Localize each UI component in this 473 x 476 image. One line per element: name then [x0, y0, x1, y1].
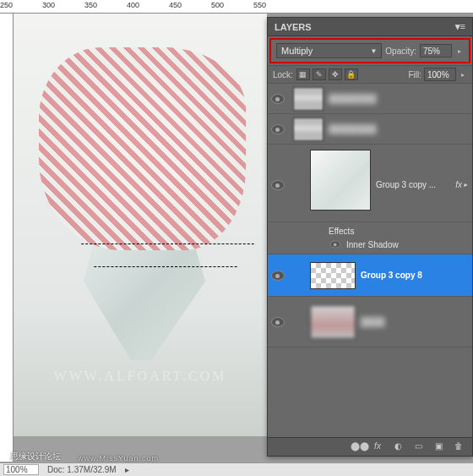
new-group-icon[interactable]: ▭: [411, 441, 425, 453]
opacity-label: Opacity:: [385, 47, 416, 56]
layer-thumbnail[interactable]: [310, 150, 371, 211]
layer-row[interactable]: ████: [268, 297, 472, 347]
ruler-tick: 450: [169, 1, 182, 9]
blend-mode-select[interactable]: Multiply ▼: [276, 43, 382, 58]
marquee-selection: [64, 243, 271, 267]
lock-pixels-icon[interactable]: ✎: [313, 68, 326, 80]
watermark-text: www.Alfoart.com: [30, 369, 250, 384]
layer-list: ████████ ████████ Group 3 copy ... fx▸ E…: [268, 84, 472, 347]
layer-thumbnail[interactable]: [310, 262, 356, 289]
eye-icon[interactable]: [271, 317, 285, 327]
eye-icon[interactable]: [271, 180, 285, 190]
credit-text: 思缘设计论坛: [10, 451, 61, 462]
layer-label-blurred: ████████: [329, 94, 377, 103]
fill-input[interactable]: 100%: [424, 68, 456, 81]
ruler-tick: 400: [127, 1, 139, 9]
opacity-input[interactable]: 75%: [420, 44, 452, 57]
effect-item[interactable]: Inner Shadow: [329, 238, 472, 251]
layers-panel: LAYERS ▾≡ Multiply ▼ Opacity: 75% ▸ Lock…: [267, 17, 473, 457]
artwork-iceberg: [39, 47, 246, 360]
lock-transparency-icon[interactable]: ▦: [296, 68, 310, 80]
layer-thumbnail[interactable]: [293, 87, 323, 111]
fill-flyout-icon[interactable]: ▸: [459, 71, 467, 79]
opacity-flyout-icon[interactable]: ▸: [455, 47, 464, 55]
panel-tab-bar: LAYERS ▾≡: [268, 18, 472, 36]
effects-title: Effects: [329, 225, 472, 238]
add-mask-icon[interactable]: ◐: [391, 441, 405, 453]
layer-label-blurred: ████████: [329, 124, 377, 134]
ruler-tick: 550: [253, 1, 266, 9]
layer-label-blurred: ████: [361, 317, 384, 326]
zoom-input[interactable]: 100%: [3, 464, 39, 475]
layer-label: Group 3 copy 8: [361, 271, 422, 280]
ruler-tick: 300: [42, 1, 55, 9]
caret-down-icon: ▼: [370, 47, 377, 55]
ruler-horizontal: 250 300 350 400 450 500 550: [0, 0, 473, 14]
lock-position-icon[interactable]: ✥: [329, 68, 342, 80]
effect-label: Inner Shadow: [346, 240, 399, 249]
credit-url: www.MissYuan.com: [78, 454, 159, 462]
ruler-tick: 500: [211, 1, 224, 9]
status-bar: 100% Doc: 1.37M/32.9M ▸: [0, 462, 473, 476]
eye-icon[interactable]: [271, 124, 285, 134]
link-layers-icon[interactable]: ⬤⬤: [351, 441, 364, 453]
layer-row-selected[interactable]: Group 3 copy 8: [268, 254, 472, 297]
ruler-tick: 350: [84, 1, 97, 9]
delete-layer-icon[interactable]: 🗑: [452, 441, 465, 453]
eye-icon[interactable]: [271, 271, 285, 281]
fx-badge[interactable]: fx▸: [455, 180, 467, 189]
ruler-tick: 250: [0, 1, 13, 9]
layer-thumbnail[interactable]: [293, 118, 323, 141]
layer-thumbnail[interactable]: [310, 305, 356, 339]
blend-mode-value: Multiply: [281, 46, 313, 56]
lock-row: Lock: ▦ ✎ ✥ 🔒 Fill: 100% ▸: [268, 65, 472, 84]
new-layer-icon[interactable]: ▣: [432, 441, 445, 453]
selection-overlay-stripes: [39, 47, 246, 250]
fill-label: Fill:: [408, 70, 421, 79]
panel-title[interactable]: LAYERS: [275, 22, 312, 32]
doc-size-label: Doc: 1.37M/32.9M: [47, 465, 117, 474]
document-canvas[interactable]: www.Alfoart.com: [14, 14, 267, 436]
blend-opacity-highlight: Multiply ▼ Opacity: 75% ▸: [269, 38, 470, 63]
ruler-vertical: [0, 14, 14, 462]
eye-icon[interactable]: [271, 94, 285, 104]
layer-row[interactable]: ████████: [268, 84, 472, 114]
panel-menu-icon[interactable]: ▾≡: [455, 21, 465, 32]
panel-footer: ⬤⬤ fx ◐ ▭ ▣ 🗑: [268, 437, 472, 456]
layer-effects-block: Effects Inner Shadow: [268, 222, 472, 254]
eye-icon[interactable]: [330, 241, 340, 249]
status-flyout-icon[interactable]: ▸: [125, 465, 129, 474]
add-fx-icon[interactable]: fx: [371, 441, 384, 453]
layer-row[interactable]: Group 3 copy ... fx▸: [268, 145, 472, 222]
layer-label: Group 3 copy ...: [376, 180, 436, 189]
lock-label: Lock:: [273, 70, 293, 79]
layer-row[interactable]: ████████: [268, 114, 472, 145]
lock-all-icon[interactable]: 🔒: [345, 68, 358, 80]
